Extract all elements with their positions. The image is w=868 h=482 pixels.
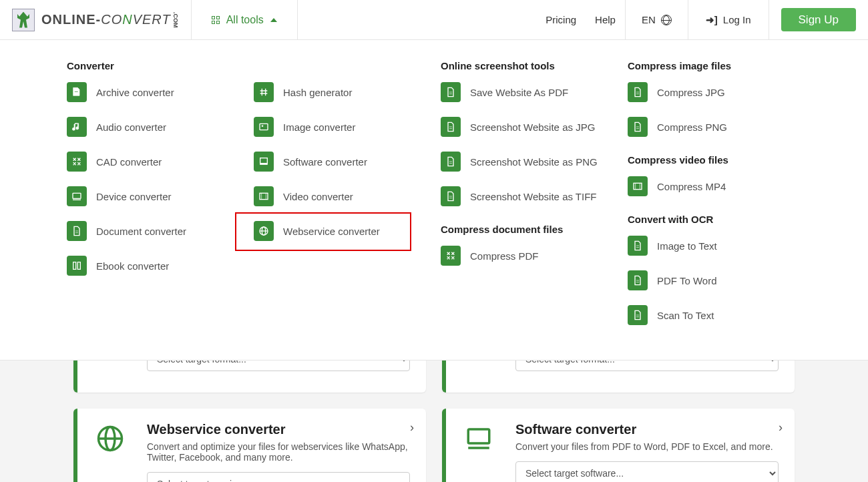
svg-rect-1 bbox=[73, 193, 81, 198]
svg-rect-7 bbox=[260, 158, 268, 164]
menu-item-screenshot-website-as-png[interactable]: Screenshot Website as PNG bbox=[441, 152, 628, 172]
card-title: Software converter bbox=[515, 422, 779, 437]
menu-item-label: Software converter bbox=[283, 156, 367, 168]
menu-item-archive-converter[interactable]: Archive converter bbox=[67, 82, 254, 102]
menu-heading-compress-vid: Compress video files bbox=[628, 154, 815, 166]
card-title: Webservice converter bbox=[147, 422, 410, 437]
logo[interactable]: ONLINE-CONVERT.COM bbox=[0, 0, 192, 39]
menu-item-label: Ebook converter bbox=[96, 260, 169, 272]
menu-item-label: Document converter bbox=[96, 226, 186, 237]
menu-item-compress-png[interactable]: Compress PNG bbox=[628, 117, 815, 137]
card-webservice-converter[interactable]: Webservice converter Convert and optimiz… bbox=[73, 409, 426, 482]
svg-rect-0 bbox=[75, 91, 78, 92]
doc-icon bbox=[441, 152, 461, 172]
card-desc: Convert your files from PDF to Word, PDF… bbox=[515, 441, 779, 452]
menu-item-compress-pdf[interactable]: Compress PDF bbox=[441, 246, 628, 266]
menu-item-audio-converter[interactable]: Audio converter bbox=[67, 117, 254, 137]
menu-heading-compress-img: Compress image files bbox=[628, 60, 815, 71]
menu-item-label: Screenshot Website as PNG bbox=[470, 156, 598, 168]
doc-icon bbox=[628, 236, 648, 256]
menu-item-label: CAD converter bbox=[96, 156, 162, 168]
menu-item-label: Audio converter bbox=[96, 122, 166, 133]
menu-item-webservice-converter[interactable]: Webservice converter bbox=[254, 221, 441, 241]
menu-item-label: Compress PNG bbox=[657, 122, 727, 133]
grid-icon bbox=[212, 16, 220, 24]
card-software-converter[interactable]: Software converter Convert your files fr… bbox=[442, 409, 795, 482]
menu-item-device-converter[interactable]: Device converter bbox=[67, 186, 254, 206]
all-tools-label: All tools bbox=[226, 14, 264, 26]
software-icon bbox=[254, 152, 274, 172]
chevron-right-icon: › bbox=[410, 421, 414, 435]
ebook-icon bbox=[67, 256, 87, 276]
menu-item-compress-mp4[interactable]: Compress MP4 bbox=[628, 176, 815, 196]
svg-rect-35 bbox=[468, 429, 489, 443]
doc-icon bbox=[628, 82, 648, 102]
image-icon bbox=[254, 117, 274, 137]
target-service-select[interactable]: Select target service... bbox=[147, 472, 410, 482]
menu-item-pdf-to-word[interactable]: PDF To Word bbox=[628, 270, 815, 290]
menu-item-video-converter[interactable]: Video converter bbox=[254, 186, 441, 206]
login-icon: ➜] bbox=[706, 14, 718, 26]
nav-help[interactable]: Help bbox=[586, 0, 625, 39]
menu-item-label: PDF To Word bbox=[657, 275, 716, 286]
doc-icon bbox=[628, 117, 648, 137]
menu-item-save-website-as-pdf[interactable]: Save Website As PDF bbox=[441, 82, 628, 102]
doc-icon bbox=[441, 117, 461, 137]
chevron-up-icon bbox=[270, 18, 277, 22]
lang-label: EN bbox=[642, 14, 656, 25]
language-selector[interactable]: EN bbox=[625, 0, 688, 39]
menu-item-screenshot-website-as-tiff[interactable]: Screenshot Website as TIFF bbox=[441, 186, 628, 206]
menu-item-label: Image converter bbox=[283, 122, 355, 133]
menu-item-hash-generator[interactable]: Hash generator bbox=[254, 82, 441, 102]
all-tools-mega-menu: Converter Archive converterAudio convert… bbox=[0, 40, 868, 360]
app-header: ONLINE-CONVERT.COM All tools Pricing Hel… bbox=[0, 0, 868, 40]
svg-rect-9 bbox=[260, 193, 268, 199]
menu-item-label: Device converter bbox=[96, 191, 172, 202]
video-icon bbox=[254, 186, 274, 206]
globe-icon bbox=[93, 422, 127, 455]
menu-col-converter: Converter Archive converterAudio convert… bbox=[67, 60, 254, 340]
menu-item-label: Save Website As PDF bbox=[470, 87, 568, 98]
svg-point-6 bbox=[262, 126, 263, 127]
svg-rect-8 bbox=[260, 164, 268, 165]
hash-icon bbox=[254, 82, 274, 102]
menu-heading-screenshot: Online screenshot tools bbox=[441, 60, 628, 71]
menu-item-image-to-text[interactable]: Image to Text bbox=[628, 236, 815, 256]
doc-icon bbox=[441, 186, 461, 206]
doc-icon bbox=[441, 82, 461, 102]
menu-item-software-converter[interactable]: Software converter bbox=[254, 152, 441, 172]
menu-item-scan-to-text[interactable]: Scan To Text bbox=[628, 305, 815, 325]
globe-icon bbox=[661, 15, 672, 25]
chevron-right-icon: › bbox=[779, 421, 783, 435]
target-software-select[interactable]: Select target software... bbox=[515, 461, 779, 482]
doc-icon bbox=[628, 270, 648, 290]
logo-icon bbox=[12, 9, 35, 31]
menu-col-compress: Compress image files Compress JPGCompres… bbox=[628, 60, 815, 340]
card-desc: Convert and optimize your files for webs… bbox=[147, 441, 410, 463]
signup-button[interactable]: Sign Up bbox=[781, 8, 856, 31]
all-tools-menu-trigger[interactable]: All tools bbox=[192, 0, 298, 39]
menu-item-label: Scan To Text bbox=[657, 310, 714, 321]
menu-item-label: Compress JPG bbox=[657, 87, 725, 98]
audio-icon bbox=[67, 117, 87, 137]
menu-item-label: Video converter bbox=[283, 191, 353, 202]
menu-col-screenshot: Online screenshot tools Save Website As … bbox=[441, 60, 628, 340]
menu-item-label: Webservice converter bbox=[283, 226, 380, 237]
menu-heading-compress-doc: Compress document files bbox=[441, 224, 628, 235]
menu-item-compress-jpg[interactable]: Compress JPG bbox=[628, 82, 815, 102]
login-button[interactable]: ➜] Log In bbox=[688, 0, 769, 39]
compress-icon bbox=[441, 246, 461, 266]
menu-item-label: Compress MP4 bbox=[657, 181, 726, 192]
menu-item-image-converter[interactable]: Image converter bbox=[254, 117, 441, 137]
monitor-icon bbox=[462, 422, 495, 455]
nav-pricing[interactable]: Pricing bbox=[536, 0, 586, 39]
menu-item-label: Hash generator bbox=[283, 87, 352, 98]
menu-item-label: Image to Text bbox=[657, 240, 717, 252]
menu-item-screenshot-website-as-jpg[interactable]: Screenshot Website as JPG bbox=[441, 117, 628, 137]
menu-item-cad-converter[interactable]: CAD converter bbox=[67, 152, 254, 172]
logo-text: ONLINE-CONVERT.COM bbox=[41, 12, 179, 28]
menu-item-ebook-converter[interactable]: Ebook converter bbox=[67, 256, 254, 276]
menu-item-document-converter[interactable]: Document converter bbox=[67, 221, 254, 241]
menu-col-converter-2: . Hash generatorImage converterSoftware … bbox=[254, 60, 441, 340]
svg-rect-25 bbox=[634, 183, 642, 189]
